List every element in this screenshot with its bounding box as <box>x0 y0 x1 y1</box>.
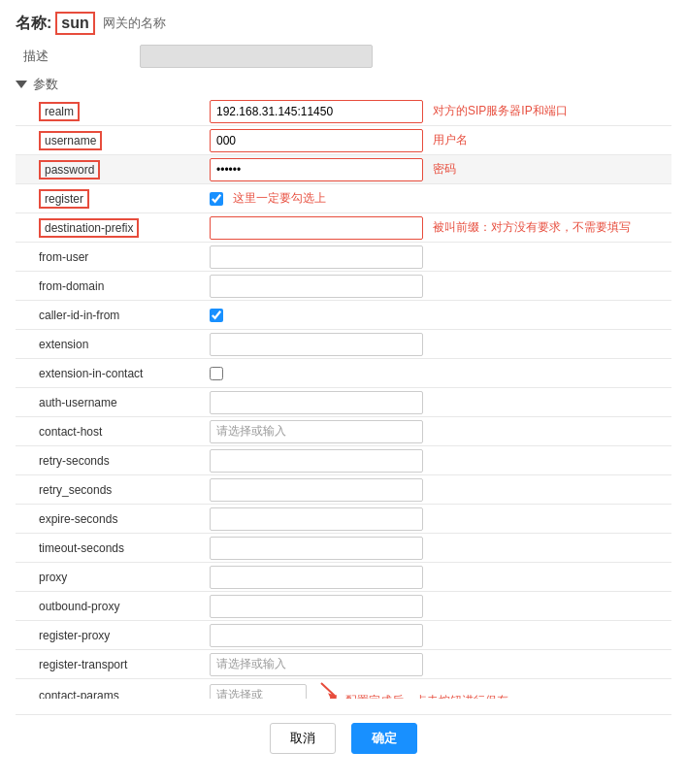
select-register-transport[interactable]: 请选择或输入 <box>210 653 423 676</box>
param-name-from-user: from-user <box>16 250 210 264</box>
param-name-contact-host: contact-host <box>16 425 210 439</box>
input-auth-username[interactable] <box>210 391 423 414</box>
params-container: realm对方的SIP服务器IP和端口username用户名password密码… <box>16 97 671 699</box>
param-row: retry-seconds <box>16 446 671 475</box>
param-name-caller-id-in-from: caller-id-in-from <box>16 309 210 322</box>
input-retry_seconds[interactable] <box>210 478 423 502</box>
param-row: timeout-seconds <box>16 534 671 563</box>
param-row: auth-username <box>16 388 671 417</box>
description-label: 描述 <box>23 48 140 65</box>
param-name-expire-seconds: expire-seconds <box>16 512 210 526</box>
param-row: outbound-proxy <box>16 592 671 621</box>
param-name-outbound-proxy: outbound-proxy <box>16 600 210 613</box>
param-row: expire-seconds <box>16 505 671 534</box>
param-row: extension-in-contact <box>16 359 671 388</box>
param-name-password: password <box>16 160 210 180</box>
input-from-domain[interactable] <box>210 275 423 298</box>
param-row: username用户名 <box>16 126 671 155</box>
param-row: contact-host请选择或输入 <box>16 417 671 446</box>
collapse-icon <box>16 81 27 88</box>
input-realm[interactable] <box>210 100 423 123</box>
cancel-button[interactable]: 取消 <box>270 723 336 754</box>
param-name-timeout-seconds: timeout-seconds <box>16 541 210 555</box>
checkbox-register[interactable] <box>210 192 223 206</box>
checkbox-extension-in-contact[interactable] <box>210 367 223 380</box>
annotation-realm: 对方的SIP服务器IP和端口 <box>433 103 568 119</box>
select-contact-host[interactable]: 请选择或输入 <box>210 420 423 443</box>
header-hint: 网关的名称 <box>103 15 166 32</box>
annotation-password: 密码 <box>433 161 456 178</box>
params-scroll-area[interactable]: realm对方的SIP服务器IP和端口username用户名password密码… <box>16 97 671 699</box>
checkbox-caller-id-in-from[interactable] <box>210 309 223 322</box>
description-input-placeholder <box>140 45 373 68</box>
annotation-register: 这里一定要勾选上 <box>233 190 326 207</box>
param-row: from-domain <box>16 272 671 301</box>
input-retry-seconds[interactable] <box>210 449 423 473</box>
header-row: 名称: sun 网关的名称 <box>16 12 671 35</box>
input-expire-seconds[interactable] <box>210 507 423 531</box>
input-password[interactable] <box>210 158 423 181</box>
header-label: 名称: <box>16 14 51 34</box>
input-destination-prefix[interactable] <box>210 216 423 240</box>
input-timeout-seconds[interactable] <box>210 537 423 560</box>
param-name-username: username <box>16 131 210 150</box>
param-name-proxy: proxy <box>16 571 210 584</box>
param-name-retry_seconds: retry_seconds <box>16 483 210 497</box>
input-from-user[interactable] <box>210 245 423 269</box>
params-label: 参数 <box>33 76 58 93</box>
annotation-destination-prefix: 被叫前缀：对方没有要求，不需要填写 <box>433 219 631 236</box>
param-name-auth-username: auth-username <box>16 396 210 409</box>
param-row: realm对方的SIP服务器IP和端口 <box>16 97 671 126</box>
param-row: from-user <box>16 243 671 272</box>
param-name-register-proxy: register-proxy <box>16 629 210 642</box>
param-row: extension <box>16 330 671 359</box>
param-name-retry-seconds: retry-seconds <box>16 454 210 468</box>
param-row: contact-params请选择或配置完成后，点击按钮进行保存 <box>16 679 671 699</box>
param-name-destination-prefix: destination-prefix <box>16 218 210 238</box>
param-name-extension-in-contact: extension-in-contact <box>16 367 210 380</box>
input-extension[interactable] <box>210 333 423 356</box>
input-proxy[interactable] <box>210 566 423 589</box>
param-name-contact-params: contact-params <box>16 689 210 700</box>
gateway-name: sun <box>55 12 94 35</box>
footer: 取消 确定 <box>16 714 671 754</box>
param-row: destination-prefix被叫前缀：对方没有要求，不需要填写 <box>16 213 671 243</box>
param-name-extension: extension <box>16 338 210 351</box>
input-username[interactable] <box>210 129 423 152</box>
params-toggle[interactable]: 参数 <box>16 76 671 93</box>
input-register-proxy[interactable] <box>210 624 423 647</box>
page-container: 名称: sun 网关的名称 描述 参数 realm对方的SIP服务器IP和端口u… <box>0 0 687 766</box>
param-row: retry_seconds <box>16 475 671 505</box>
param-name-register-transport: register-transport <box>16 658 210 671</box>
param-name-register: register <box>16 189 210 209</box>
param-row: register-transport请选择或输入 <box>16 650 671 679</box>
annotation-contact-params: 配置完成后，点击按钮进行保存 <box>316 681 508 699</box>
param-row: caller-id-in-from <box>16 301 671 330</box>
confirm-button[interactable]: 确定 <box>351 723 417 754</box>
param-row: register-proxy <box>16 621 671 650</box>
input-outbound-proxy[interactable] <box>210 595 423 618</box>
param-row: register这里一定要勾选上 <box>16 184 671 213</box>
annotation-username: 用户名 <box>433 132 468 148</box>
param-row: password密码 <box>16 155 671 184</box>
param-name-from-domain: from-domain <box>16 279 210 293</box>
description-row: 描述 <box>16 45 671 68</box>
param-row: proxy <box>16 563 671 592</box>
select-contact-params[interactable]: 请选择或 <box>210 684 307 700</box>
param-name-realm: realm <box>16 102 210 121</box>
